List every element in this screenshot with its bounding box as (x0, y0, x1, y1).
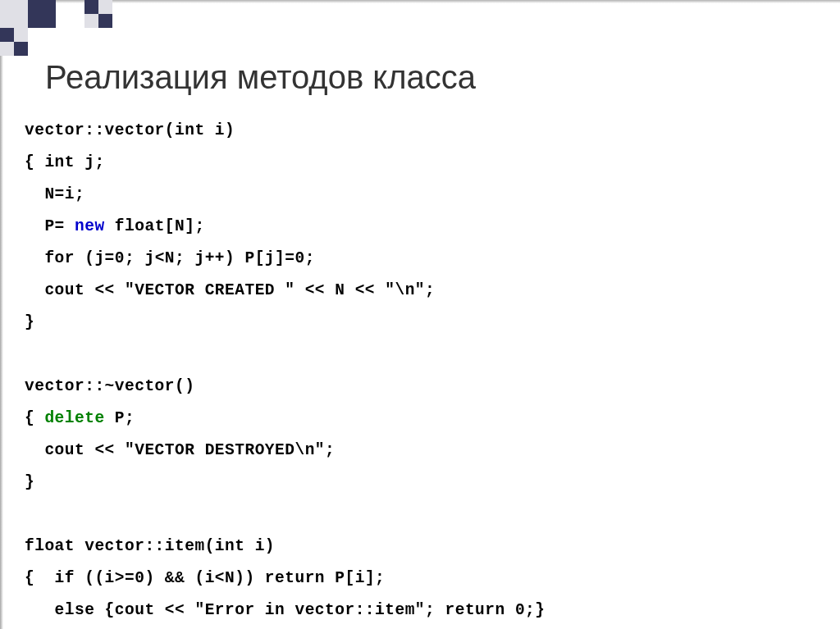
code-text: N=i; (25, 185, 84, 203)
code-text: vector::~vector() (25, 377, 194, 395)
code-text: else {cout << "Error in vector::item"; (25, 601, 445, 619)
deco-square (84, 14, 98, 28)
keyword-delete: delete (44, 409, 104, 427)
code-text: P[i]; (325, 569, 385, 587)
keyword-return: return (265, 569, 325, 587)
code-text: cout << "VECTOR CREATED " << N << "\n"; (25, 281, 435, 299)
deco-square (28, 0, 56, 28)
code-text: P; (105, 409, 135, 427)
keyword-return: return (445, 601, 504, 619)
keyword-for: for (44, 249, 75, 267)
code-text: { if ((i>=0) && (i<N)) (25, 569, 265, 587)
code-block: vector::vector(int i) { int j; N=i; P= n… (25, 115, 815, 629)
deco-square (98, 14, 112, 28)
deco-square (0, 42, 14, 56)
code-pre: vector::vector(int i) { int j; N=i; P= n… (25, 115, 815, 629)
code-text: { (25, 409, 44, 427)
deco-square (14, 28, 28, 42)
code-text: { int j; (25, 153, 105, 171)
code-text: float vector::item(int i) (25, 537, 275, 555)
code-text: float[N]; (105, 217, 205, 235)
slide: Реализация методов класса vector::vector… (0, 0, 840, 629)
code-text: (j=0; j<N; j++) P[j]=0; (75, 249, 315, 267)
code-text: } (25, 313, 34, 331)
corner-decoration (0, 0, 123, 49)
code-text: P= (25, 217, 75, 235)
code-text: cout << "VECTOR DESTROYED\n"; (25, 441, 335, 459)
deco-square (0, 0, 28, 28)
code-text: } (25, 473, 34, 491)
keyword-new: new (75, 217, 105, 235)
deco-square (84, 0, 98, 14)
slide-title: Реализация методов класса (45, 59, 476, 96)
left-shadow (0, 0, 3, 629)
deco-square (14, 42, 28, 56)
code-text: 0;} (505, 601, 546, 619)
deco-square (0, 28, 14, 42)
code-text (25, 249, 44, 267)
top-shadow (0, 0, 840, 3)
deco-square (98, 0, 112, 14)
code-text: vector::vector(int i) (25, 121, 235, 139)
